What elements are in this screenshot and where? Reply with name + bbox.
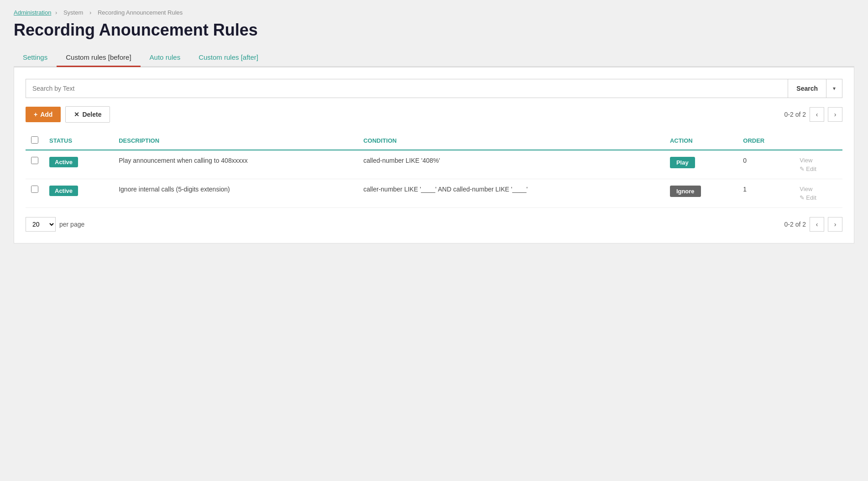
row-controls-0: View ✎ Edit [794,150,842,179]
delete-button[interactable]: ✕ Delete [65,106,110,123]
edit-link-0[interactable]: ✎ Edit [800,166,816,172]
prev-page-button-top[interactable]: ‹ [810,107,824,122]
breadcrumb-sep1: › [55,9,59,16]
col-checkbox [26,132,44,150]
table-row: Active Ignore internal calls (5-digits e… [26,179,842,208]
chevron-right-icon-bottom: › [834,221,837,228]
table-header-row: STATUS DESCRIPTION CONDITION ACTION ORDE… [26,132,842,150]
cross-icon: ✕ [74,111,79,118]
chevron-right-icon: › [834,111,837,118]
row-checkbox-cell [26,179,44,208]
delete-label: Delete [82,111,101,118]
add-button[interactable]: + Add [26,107,61,122]
search-dropdown-button[interactable]: ▾ [826,79,842,98]
select-all-checkbox[interactable] [31,136,38,144]
footer-row: 10 20 50 100 per page 0-2 of 2 ‹ › [26,217,842,232]
col-condition: CONDITION [358,132,664,150]
next-page-button-bottom[interactable]: › [828,217,842,232]
breadcrumb-system: System [63,9,83,16]
tab-custom-after[interactable]: Custom rules [after] [189,49,267,67]
breadcrumb: Administration › System › Recording Anno… [14,9,854,16]
search-button[interactable]: Search [788,79,826,98]
row-checkbox-0[interactable] [31,157,38,164]
search-input[interactable] [26,79,788,98]
row-status-0: Active [44,150,113,179]
col-actions [794,132,842,150]
pagination-info-top: 0-2 of 2 ‹ › [784,107,842,122]
pagination-text-top: 0-2 of 2 [784,111,806,118]
per-page-label: per page [59,221,84,228]
view-link-1[interactable]: View [800,186,812,192]
view-link-0[interactable]: View [800,157,812,164]
tabs-container: Settings Custom rules [before] Auto rule… [14,49,854,67]
pagination-info-bottom: 0-2 of 2 ‹ › [784,217,842,232]
row-condition-0: called-number LIKE '408%' [358,150,664,179]
breadcrumb-sep2: › [89,9,93,16]
col-order: ORDER [737,132,794,150]
tab-custom-before[interactable]: Custom rules [before] [57,49,140,67]
rules-table: STATUS DESCRIPTION CONDITION ACTION ORDE… [26,132,842,208]
plus-icon: + [34,111,37,118]
tab-auto-rules[interactable]: Auto rules [141,49,190,67]
tab-settings[interactable]: Settings [14,49,57,67]
actions-row: + Add ✕ Delete 0-2 of 2 ‹ › [26,106,842,123]
edit-icon-1: ✎ [800,194,805,201]
edit-icon-0: ✎ [800,166,805,172]
status-badge-1: Active [49,186,78,196]
chevron-left-icon: ‹ [816,111,818,118]
col-action: ACTION [664,132,737,150]
col-description: DESCRIPTION [113,132,358,150]
breadcrumb-admin-link[interactable]: Administration [14,9,51,16]
add-label: Add [40,111,52,118]
per-page-select[interactable]: 10 20 50 100 [26,217,56,232]
row-description-0: Play announcement when calling to 408xxx… [113,150,358,179]
chevron-down-icon: ▾ [833,85,836,92]
edit-link-1[interactable]: ✎ Edit [800,194,816,201]
chevron-left-icon-bottom: ‹ [816,221,818,228]
row-checkbox-1[interactable] [31,186,38,193]
col-status: STATUS [44,132,113,150]
next-page-button-top[interactable]: › [828,107,842,122]
breadcrumb-current: Recording Announcement Rules [98,9,183,16]
row-order-1: 1 [737,179,794,208]
row-condition-1: caller-number LIKE '____' AND called-num… [358,179,664,208]
row-checkbox-cell [26,150,44,179]
row-controls-1: View ✎ Edit [794,179,842,208]
row-description-1: Ignore internal calls (5-digits extensio… [113,179,358,208]
content-card: Search ▾ + Add ✕ Delete 0-2 of 2 ‹ › [14,67,854,243]
row-action-1: Ignore [664,179,737,208]
row-order-0: 0 [737,150,794,179]
action-badge-0: Play [670,157,695,168]
page-title: Recording Anouncement Rules [14,21,854,40]
pagination-text-bottom: 0-2 of 2 [784,221,806,228]
row-action-0: Play [664,150,737,179]
row-status-1: Active [44,179,113,208]
status-badge-0: Active [49,157,78,167]
search-row: Search ▾ [26,79,842,98]
action-badge-1: Ignore [670,186,701,197]
prev-page-button-bottom[interactable]: ‹ [810,217,824,232]
table-row: Active Play announcement when calling to… [26,150,842,179]
